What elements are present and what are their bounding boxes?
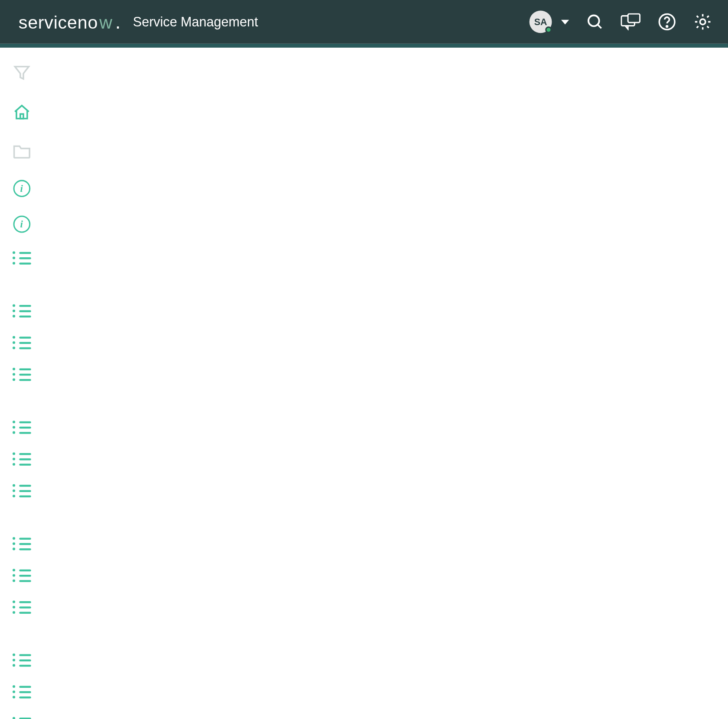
chevron-down-icon[interactable] (15, 513, 28, 521)
svg-rect-3 (628, 14, 640, 23)
accent-bar (0, 44, 728, 48)
brand-logo: servicenow. (19, 10, 121, 33)
list-item-icon[interactable] (12, 685, 31, 699)
user-menu[interactable]: SA (530, 10, 569, 33)
home-icon[interactable] (12, 103, 31, 124)
svg-rect-7 (20, 114, 23, 119)
list-item-icon[interactable] (12, 452, 31, 466)
list-item-icon[interactable] (12, 368, 31, 381)
gear-icon[interactable] (693, 13, 712, 31)
list-item-icon[interactable] (12, 421, 31, 434)
svg-point-5 (666, 26, 668, 27)
svg-point-6 (700, 19, 705, 24)
filter-icon[interactable] (12, 64, 31, 85)
avatar: SA (530, 10, 552, 33)
list-item-icon[interactable] (12, 569, 31, 582)
list-item-icon[interactable] (12, 537, 31, 551)
brand-subtitle: Service Management (133, 14, 258, 29)
svg-line-1 (598, 25, 601, 28)
svg-point-0 (588, 16, 599, 26)
chevron-down-icon (561, 19, 569, 24)
list-item-icon[interactable] (12, 304, 31, 317)
folder-icon[interactable] (12, 143, 31, 162)
list-item-icon[interactable] (12, 654, 31, 667)
top-header: servicenow. Service Management SA (0, 0, 728, 44)
logo-text: serviceno (19, 13, 98, 33)
list-item-icon[interactable] (12, 601, 31, 614)
list-item-icon[interactable] (12, 251, 31, 265)
info-icon[interactable]: i (13, 216, 30, 233)
list-item-icon[interactable] (12, 717, 31, 719)
top-actions: SA (530, 10, 712, 33)
info-icon[interactable]: i (13, 180, 30, 197)
chevron-down-icon[interactable] (15, 630, 28, 638)
help-icon[interactable] (658, 13, 676, 31)
logo-accent: w (99, 13, 113, 33)
search-icon[interactable] (586, 13, 604, 31)
list-item-icon[interactable] (12, 336, 31, 350)
chat-icon[interactable] (621, 13, 640, 31)
chevron-down-icon[interactable] (15, 397, 28, 405)
chevron-down-icon[interactable] (15, 280, 28, 288)
list-item-icon[interactable] (12, 484, 31, 498)
presence-indicator (545, 26, 552, 33)
